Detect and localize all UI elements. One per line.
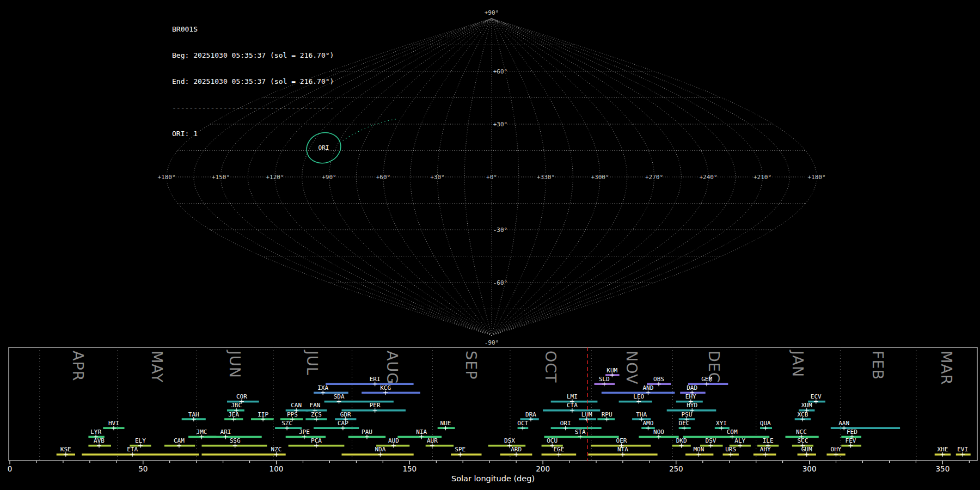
shower-EVI: EVI bbox=[956, 446, 971, 457]
shower-code-label: RPU bbox=[602, 411, 612, 418]
shower-activity-bar bbox=[362, 392, 420, 394]
month-label: JUL bbox=[304, 350, 321, 376]
shower-GUM: GUM bbox=[798, 446, 816, 457]
shower-code-label: AUD bbox=[388, 437, 399, 444]
latitude-label: +60° bbox=[493, 68, 508, 75]
shower-code-label: NZC bbox=[271, 446, 282, 453]
shower-code-label: JMC bbox=[197, 428, 207, 436]
station-id: BR001S bbox=[172, 25, 334, 34]
shower-activity-bar bbox=[619, 401, 652, 403]
shower-LEO: LEO bbox=[619, 393, 652, 404]
shower-PER: PER bbox=[342, 402, 406, 413]
shower-SDA: SDA bbox=[324, 393, 394, 404]
shower-SLD: SLD bbox=[595, 376, 615, 387]
shower-activity-bar bbox=[831, 427, 900, 429]
shower-NDA: NDA bbox=[342, 446, 414, 457]
shower-code-label: GEM bbox=[701, 376, 712, 383]
shower-KCG: KCG bbox=[362, 384, 420, 395]
shower-code-label: FEV bbox=[846, 437, 856, 444]
shower-code-label: AAN bbox=[838, 420, 849, 427]
shower-code-label: CAM bbox=[174, 437, 185, 444]
equator-longitude-label: +90° bbox=[322, 174, 336, 181]
shower-code-label: GUM bbox=[801, 446, 812, 453]
shower-code-label: OCT bbox=[517, 420, 528, 427]
shower-SSG: SSG bbox=[202, 437, 267, 448]
radiant-map-screen: +90°-90°+180°+150°+120°+90°+60°+30°+0°+3… bbox=[0, 0, 980, 490]
equator-longitude-label: +180° bbox=[157, 174, 175, 181]
x-tick-label: 200 bbox=[536, 464, 550, 473]
shower-PCA: PCA bbox=[289, 437, 345, 448]
shower-code-label: HYD bbox=[687, 402, 697, 409]
shower-NTA: NTA bbox=[588, 446, 657, 457]
equator-longitude-label: +60° bbox=[376, 174, 391, 181]
shower-code-label: AUR bbox=[427, 437, 438, 444]
shower-code-label: ETA bbox=[127, 446, 138, 453]
shower-code-label: KSE bbox=[60, 446, 71, 453]
equator-longitude-label: +120° bbox=[266, 174, 284, 181]
shower-activity-bar bbox=[82, 454, 199, 456]
shower-code-label: THA bbox=[636, 411, 647, 418]
shower-code-label: SCC bbox=[797, 437, 808, 444]
shower-OCT: OCT bbox=[517, 420, 528, 431]
shower-code-label: FAN bbox=[310, 402, 321, 409]
shower-activity-bar bbox=[451, 454, 481, 456]
shower-ZCS: ZCS bbox=[305, 411, 327, 422]
shower-IIP: IIP bbox=[251, 411, 274, 422]
shower-EGE: EGE bbox=[542, 446, 577, 457]
shower-code-label: PAU bbox=[362, 428, 372, 436]
shower-code-label: AND bbox=[642, 384, 653, 391]
shower-SPE: SPE bbox=[451, 446, 481, 457]
meridian-line bbox=[329, 19, 492, 335]
shower-AHY: AHY bbox=[754, 446, 776, 457]
begin-time-line: Beg: 20251030 05:35:37 (sol = 216.70°) bbox=[172, 51, 334, 60]
shower-SZC: SZC bbox=[275, 420, 302, 431]
shower-code-label: KUM bbox=[607, 367, 617, 374]
equator-longitude-label: +0° bbox=[486, 174, 497, 181]
latitude-label: -30° bbox=[493, 226, 508, 234]
shower-activity-bar bbox=[202, 454, 286, 456]
shower-code-label: SLD bbox=[599, 376, 610, 383]
month-label: SEP bbox=[463, 351, 480, 379]
shower-code-label: DKD bbox=[676, 437, 687, 444]
shower-code-label: ELY bbox=[135, 437, 146, 444]
month-label: OCT bbox=[542, 351, 559, 383]
shower-OHY: OHY bbox=[826, 446, 845, 457]
shower-code-label: ECV bbox=[811, 393, 822, 400]
shower-code-label: IIP bbox=[258, 411, 268, 418]
shower-CAM: CAM bbox=[164, 437, 195, 448]
shower-NZC: NZC bbox=[202, 446, 286, 457]
x-axis-title: Solar longitude (deg) bbox=[451, 474, 535, 483]
shower-code-label: HVI bbox=[108, 420, 119, 427]
separator-line: -------------------------------------- bbox=[172, 103, 334, 112]
shower-activity-bar bbox=[426, 445, 454, 447]
x-tick-label: 100 bbox=[270, 464, 284, 473]
month-label: MAR bbox=[938, 351, 955, 385]
shower-code-label: SZC bbox=[281, 420, 292, 427]
x-tick-label: 300 bbox=[803, 464, 817, 473]
equator-longitude-label: +150° bbox=[212, 174, 230, 181]
shower-code-label: GDR bbox=[340, 411, 351, 418]
shower-code-label: EVI bbox=[957, 446, 968, 453]
x-tick-label: 150 bbox=[402, 464, 416, 473]
shower-code-label: ORI bbox=[560, 420, 571, 427]
shower-code-label: PSU bbox=[681, 411, 692, 418]
shower-code-label: JBC bbox=[231, 402, 242, 409]
shower-code-label: ILE bbox=[763, 437, 774, 444]
shower-code-label: FED bbox=[847, 428, 857, 436]
shower-RPU: RPU bbox=[597, 411, 615, 422]
month-label: FEB bbox=[869, 351, 886, 380]
month-label: MAY bbox=[149, 351, 166, 383]
shower-QUA: QUA bbox=[760, 420, 772, 431]
shower-AMO: AMO bbox=[641, 420, 655, 431]
month-label: NOV bbox=[623, 351, 640, 384]
x-tick-label: 0 bbox=[8, 464, 13, 473]
shower-code-label: LYR bbox=[90, 428, 101, 436]
shower-code-label: CTA bbox=[567, 402, 578, 409]
radiant-drift-path bbox=[340, 119, 397, 142]
shower-code-label: NCC bbox=[796, 428, 807, 436]
equator-longitude-label: +300° bbox=[591, 174, 609, 181]
shower-PAU: PAU bbox=[348, 428, 386, 439]
shower-TAH: TAH bbox=[182, 411, 206, 422]
radiant-count-line: ORI: 1 bbox=[172, 130, 334, 138]
shower-code-label: NDA bbox=[375, 446, 385, 453]
